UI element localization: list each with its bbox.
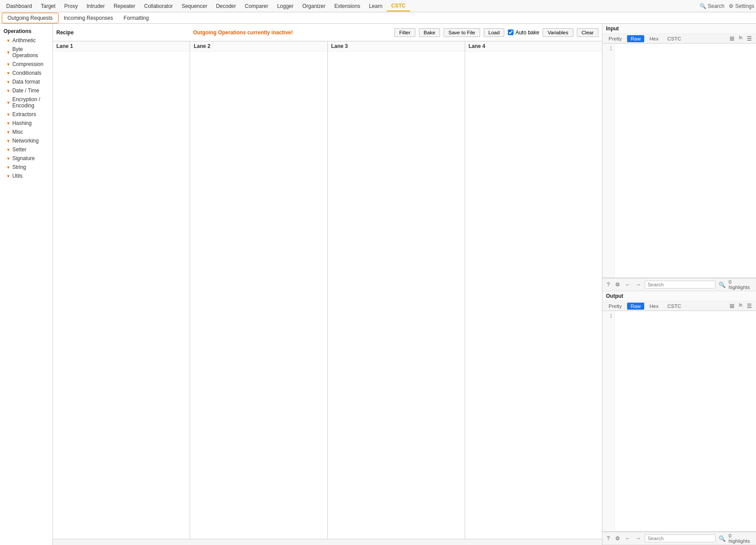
nav-item-repeater[interactable]: Repeater <box>109 1 139 11</box>
lane-2-header: Lane 2 <box>190 41 327 51</box>
search-prev-icon-2[interactable]: ← <box>624 535 632 542</box>
search-prev-icon[interactable]: ← <box>624 281 632 288</box>
input-editor[interactable] <box>615 44 756 278</box>
arrow-icon: ▼ <box>6 121 11 126</box>
inactive-label: Outgoing Operations currently inactive! <box>95 29 391 36</box>
nav-item-dashboard[interactable]: Dashboard <box>2 1 37 11</box>
top-nav-right: 🔍 Search ⚙ Settings <box>700 3 754 9</box>
output-tabs: Pretty Raw Hex CSTC ⊞ ln ☰ <box>602 301 756 311</box>
output-tab-raw[interactable]: Raw <box>627 303 644 310</box>
nav-item-target[interactable]: Target <box>37 1 60 11</box>
right-panel: Input Pretty Raw Hex CSTC ⊞ ln ☰ 1 <box>602 24 756 545</box>
load-button[interactable]: Load <box>484 28 505 37</box>
output-content[interactable]: 1 <box>602 311 756 531</box>
sidebar-item-hashing[interactable]: ▼ Hashing <box>0 119 52 128</box>
sidebar-item-compression[interactable]: ▼ Compression <box>0 60 52 69</box>
main-layout: Operations ▼ Arithmetic ▼ Byte Operation… <box>0 24 756 545</box>
settings-nav-label[interactable]: ⚙ Settings <box>729 3 754 9</box>
sidebar-item-networking[interactable]: ▼ Networking <box>0 136 52 145</box>
input-content[interactable]: 1 <box>602 44 756 278</box>
lane-3-header: Lane 3 <box>328 41 465 51</box>
nav-item-organizer[interactable]: Organizer <box>298 1 330 11</box>
variables-button[interactable]: Variables <box>543 28 573 37</box>
nav-item-learn[interactable]: Learn <box>364 1 387 11</box>
lanes-scrollbar[interactable] <box>53 539 602 545</box>
input-line-numbers: 1 <box>602 44 615 278</box>
filter-button[interactable]: Filter <box>394 28 415 37</box>
nav-item-cstc[interactable]: CSTC <box>387 1 410 11</box>
input-tab-pretty[interactable]: Pretty <box>605 35 625 42</box>
search-icon-1[interactable]: 🔍 <box>717 281 727 289</box>
search-next-icon-2[interactable]: → <box>634 535 643 542</box>
sidebar-section-title: Operations <box>0 26 52 36</box>
output-tab-cstc[interactable]: CSTC <box>664 303 685 310</box>
sub-tabs: Outgoing Requests Incoming Responses For… <box>0 12 756 24</box>
lanes-container: Lane 1 Lane 2 Lane 3 Lane 4 <box>53 41 602 539</box>
sidebar-item-conditionals[interactable]: ▼ Conditionals <box>0 69 52 77</box>
clear-button[interactable]: Clear <box>577 28 598 37</box>
arrow-icon: ▼ <box>6 50 11 55</box>
input-menu-icon[interactable]: ☰ <box>745 35 753 42</box>
output-table-icon[interactable]: ⊞ <box>728 302 736 310</box>
search-help-icon-2[interactable]: ? <box>605 535 612 542</box>
sidebar-item-arithmetic[interactable]: ▼ Arithmetic <box>0 36 52 45</box>
search-help-icon[interactable]: ? <box>605 281 612 288</box>
nav-item-collaborator[interactable]: Collaborator <box>140 1 177 11</box>
output-menu-icon[interactable]: ☰ <box>745 302 753 310</box>
output-line-numbers: 1 <box>602 311 615 531</box>
input-table-icon[interactable]: ⊞ <box>728 35 736 42</box>
sub-tab-formatting[interactable]: Formatting <box>118 13 154 23</box>
input-ln-icon[interactable]: ln <box>738 35 744 42</box>
nav-item-decoder[interactable]: Decoder <box>212 1 240 11</box>
sidebar-item-encryption-encoding[interactable]: ▼ Encryption / Encoding <box>0 95 52 110</box>
search-icon-2[interactable]: 🔍 <box>717 535 727 542</box>
sidebar-item-data-format[interactable]: ▼ Data format <box>0 77 52 86</box>
search-next-icon[interactable]: → <box>634 281 643 288</box>
arrow-icon: ▼ <box>6 174 11 179</box>
auto-bake-label[interactable]: Auto bake <box>508 29 539 36</box>
lane-1-body[interactable] <box>53 51 190 539</box>
search-input-1[interactable] <box>645 281 716 289</box>
search-settings-icon[interactable]: ⚙ <box>613 281 622 288</box>
save-to-file-button[interactable]: Save to File <box>444 28 480 37</box>
input-search-bar: ? ⚙ ← → 🔍 0 highlights <box>602 278 756 291</box>
search-settings-icon-2[interactable]: ⚙ <box>613 535 622 542</box>
sidebar-item-byte-operations[interactable]: ▼ Byte Operations <box>0 45 52 60</box>
output-tab-hex[interactable]: Hex <box>646 303 662 310</box>
lane-4-body[interactable] <box>465 51 602 539</box>
sub-tab-incoming-responses[interactable]: Incoming Responses <box>59 13 118 23</box>
sidebar-item-utils[interactable]: ▼ Utils <box>0 172 52 180</box>
recipe-label: Recipe <box>56 29 92 36</box>
search-input-2[interactable] <box>645 534 716 542</box>
arrow-icon: ▼ <box>6 130 11 135</box>
output-section: Output Pretty Raw Hex CSTC ⊞ ln ☰ 1 <box>602 291 756 545</box>
nav-item-logger[interactable]: Logger <box>273 1 298 11</box>
sidebar-item-extractors[interactable]: ▼ Extractors <box>0 110 52 119</box>
auto-bake-checkbox[interactable] <box>508 29 514 35</box>
search-nav-label[interactable]: 🔍 Search <box>700 3 724 9</box>
sidebar-item-misc[interactable]: ▼ Misc <box>0 128 52 136</box>
arrow-icon: ▼ <box>6 156 11 161</box>
sidebar-item-setter[interactable]: ▼ Setter <box>0 145 52 154</box>
recipe-area: Recipe Outgoing Operations currently ina… <box>53 24 602 545</box>
nav-item-intruder[interactable]: Intruder <box>82 1 109 11</box>
input-tab-cstc[interactable]: CSTC <box>664 35 685 42</box>
output-search-bar: ? ⚙ ← → 🔍 0 highlights <box>602 532 756 545</box>
arrow-icon: ▼ <box>6 100 11 105</box>
nav-item-sequencer[interactable]: Sequencer <box>177 1 212 11</box>
nav-item-comparer[interactable]: Comparer <box>240 1 272 11</box>
output-tab-pretty[interactable]: Pretty <box>605 303 625 310</box>
sidebar-item-string[interactable]: ▼ String <box>0 163 52 172</box>
nav-item-proxy[interactable]: Proxy <box>60 1 82 11</box>
lane-3-body[interactable] <box>328 51 465 539</box>
lane-4-header: Lane 4 <box>465 41 602 51</box>
sub-tab-outgoing-requests[interactable]: Outgoing Requests <box>2 13 59 23</box>
input-tab-hex[interactable]: Hex <box>646 35 662 42</box>
sidebar-item-signature[interactable]: ▼ Signature <box>0 154 52 163</box>
sidebar-item-date-time[interactable]: ▼ Date / Time <box>0 86 52 95</box>
lane-2-body[interactable] <box>190 51 327 539</box>
output-ln-icon[interactable]: ln <box>738 302 744 310</box>
bake-button[interactable]: Bake <box>419 28 440 37</box>
nav-item-extensions[interactable]: Extensions <box>330 1 365 11</box>
input-tab-raw[interactable]: Raw <box>627 35 644 42</box>
